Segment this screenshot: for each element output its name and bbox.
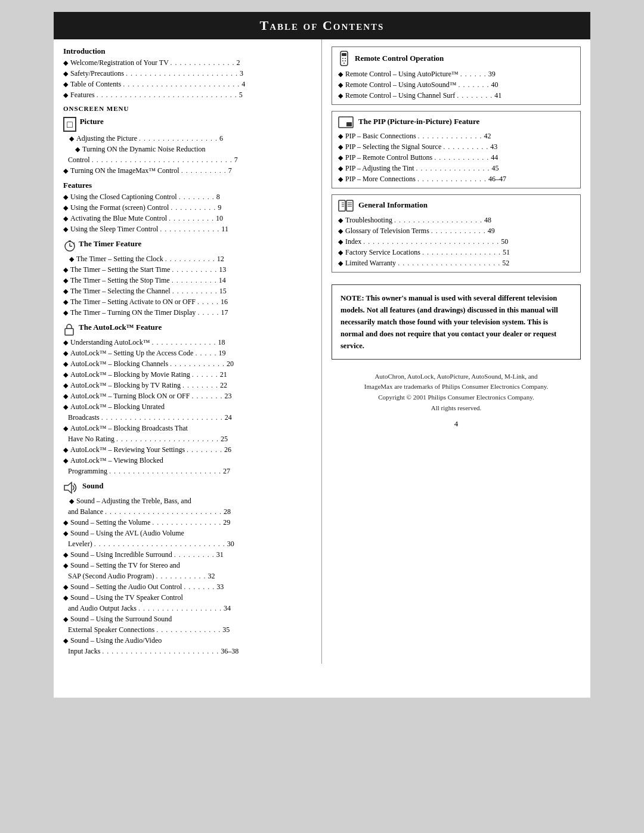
list-item: ◆ AutoLock™ – Turning Block ON or OFF . … [63, 391, 312, 401]
entry-label: Glossary of Television Terms . . . . . .… [345, 225, 574, 236]
footer: AutoChron, AutoLock, AutoPicture, AutoSo… [332, 371, 581, 413]
list-item: ◆ AutoLock™ – Reviewing Your Settings . … [63, 444, 312, 455]
introduction-header: Introduction [63, 47, 312, 56]
list-item: ◆ Welcome/Registration of Your TV . . . … [63, 57, 312, 68]
entry-label: Remote Control – Using AutoPicture™ . . … [345, 69, 574, 79]
list-item: ◆ Sound – Setting the Volume . . . . . .… [63, 517, 312, 528]
list-item: ◆ Sound – Using the Surround Sound [63, 614, 312, 624]
sound-title: Sound [82, 481, 103, 491]
pip-title: The PIP (Picture-in-Picture) Feature [358, 117, 479, 126]
list-item: ◆ PIP – Remote Control Buttons . . . . .… [338, 152, 574, 163]
diamond-icon: ◆ [63, 359, 68, 369]
entry-label: Turning ON the ImageMax™ Control . . . .… [70, 165, 312, 176]
note-box: NOTE: This owner's manual is used with s… [332, 284, 581, 360]
footer-line-3: Copyright © 2001 Philips Consumer Electr… [332, 392, 581, 403]
diamond-icon: ◆ [338, 153, 343, 163]
list-item: ◆ Table of Contents . . . . . . . . . . … [63, 79, 312, 89]
footer-line-4: All rights reserved. [332, 403, 581, 414]
title-text: Table of Contents [260, 18, 385, 33]
list-item: Programming . . . . . . . . . . . . . . … [63, 466, 312, 476]
diamond-icon: ◆ [69, 254, 74, 264]
entry-label: Input Jacks . . . . . . . . . . . . . . … [68, 646, 312, 657]
entry-label: and Balance . . . . . . . . . . . . . . … [68, 506, 312, 517]
diamond-icon: ◆ [63, 348, 68, 358]
list-item: ◆ Remote Control – Using AutoSound™ . . … [338, 79, 574, 90]
diamond-icon: ◆ [338, 174, 343, 184]
entry-label: AutoLock™ – Blocking Broadcasts That [70, 423, 312, 433]
diamond-icon: ◆ [63, 286, 68, 296]
section-autolock: The AutoLock™ Feature ◆ Understanding Au… [63, 323, 312, 476]
diamond-icon: ◆ [63, 297, 68, 307]
diamond-icon: ◆ [338, 142, 343, 152]
svg-rect-9 [342, 53, 346, 56]
list-item: Leveler) . . . . . . . . . . . . . . . .… [63, 538, 312, 549]
diamond-icon: ◆ [63, 213, 68, 224]
entry-label: AutoLock™ – Blocking by Movie Rating . .… [70, 369, 312, 380]
list-item: ◆ Sound – Setting the TV for Stereo and [63, 560, 312, 571]
list-item: ◆ AutoLock™ – Setting Up the Access Code… [63, 348, 312, 358]
section-sound: Sound ◆ Sound – Adjusting the Treble, Ba… [63, 481, 312, 657]
section-timer: The Timer Feature ◆ The Timer – Setting … [63, 239, 312, 318]
diamond-icon: ◆ [63, 308, 68, 318]
entry-label: Welcome/Registration of Your TV . . . . … [70, 57, 312, 68]
entry-label: Adjusting the Picture . . . . . . . . . … [76, 133, 312, 144]
general-info-title: General Information [358, 200, 428, 210]
svg-point-14 [343, 63, 345, 64]
entry-label: and Audio Output Jacks . . . . . . . . .… [68, 603, 312, 614]
pip-icon [338, 115, 354, 128]
entry-label: Remote Control – Using Channel Surf . . … [345, 90, 574, 101]
entry-label: AutoLock™ – Blocking Unrated [70, 401, 312, 412]
entry-label: Sound – Using the AVL (Audio Volume [70, 528, 312, 538]
entry-label: The Timer – Setting Activate to ON or OF… [70, 296, 312, 307]
entry-label: The Timer – Turning ON the Timer Display… [70, 307, 312, 318]
diamond-icon: ◆ [338, 215, 343, 225]
entry-label: AutoLock™ – Reviewing Your Settings . . … [70, 444, 312, 455]
right-column: Remote Control Operation ◆ Remote Contro… [322, 39, 590, 664]
entry-label: Table of Contents . . . . . . . . . . . … [70, 79, 312, 89]
list-item: and Audio Output Jacks . . . . . . . . .… [63, 603, 312, 614]
svg-rect-16 [346, 122, 352, 126]
svg-point-13 [345, 60, 346, 61]
section-remote-control: Remote Control Operation ◆ Remote Contro… [332, 47, 581, 105]
diamond-icon: ◆ [63, 561, 68, 571]
diamond-icon: ◆ [63, 265, 68, 275]
entry-label: Limited Warranty . . . . . . . . . . . .… [345, 258, 574, 268]
list-item: ◆ Using the Sleep Timer Control . . . . … [63, 224, 312, 234]
diamond-icon: ◆ [63, 614, 68, 624]
entry-label: PIP – Basic Connections . . . . . . . . … [345, 131, 574, 141]
autolock-title: The AutoLock™ Feature [79, 323, 162, 332]
timer-icon [63, 239, 76, 252]
diamond-icon: ◆ [63, 402, 68, 412]
list-item: ◆ PIP – Basic Connections . . . . . . . … [338, 131, 574, 141]
entry-label: Sound – Adjusting the Treble, Bass, and [76, 496, 312, 506]
list-item: ◆ The Timer – Setting the Clock . . . . … [63, 253, 312, 264]
entry-label: AutoLock™ – Blocking by TV Rating . . . … [70, 380, 312, 391]
list-item: ◆ Sound – Using the Audio/Video [63, 635, 312, 646]
entry-label: PIP – Remote Control Buttons . . . . . .… [345, 152, 574, 163]
svg-rect-6 [65, 329, 73, 335]
list-item: ◆ AutoLock™ – Blocking Channels . . . . … [63, 358, 312, 369]
page: Table of Contents Introduction ◆ Welcome… [54, 12, 590, 698]
timer-section-header: The Timer Feature [63, 239, 312, 252]
entry-label: PIP – Adjusting the Tint . . . . . . . .… [345, 163, 574, 174]
onscreen-menu-header: Onscreen Menu [63, 105, 312, 112]
page-number: 4 [332, 419, 581, 429]
section-introduction: Introduction ◆ Welcome/Registration of Y… [63, 47, 312, 100]
svg-rect-17 [339, 200, 345, 211]
entry-label: Sound – Setting the Audio Out Control . … [70, 581, 312, 592]
diamond-icon: ◆ [63, 90, 68, 100]
diamond-icon: ◆ [338, 247, 343, 258]
entry-label: Factory Service Locations . . . . . . . … [345, 247, 574, 258]
autolock-section-header: The AutoLock™ Feature [63, 323, 312, 336]
list-item: ◆ AutoLock™ – Blocking Unrated [63, 401, 312, 412]
entry-label: The Timer – Setting the Stop Time . . . … [70, 275, 312, 286]
footer-line-2: ImageMax are trademarks of Philips Consu… [332, 382, 581, 392]
diamond-icon: ◆ [63, 445, 68, 455]
list-item: ◆ Using the Format (screen) Control . . … [63, 202, 312, 213]
list-item: ◆ Sound – Setting the Audio Out Control … [63, 581, 312, 592]
entry-label: Sound – Using the Audio/Video [70, 635, 312, 646]
diamond-icon: ◆ [63, 528, 68, 538]
footer-line-1: AutoChron, AutoLock, AutoPicture, AutoSo… [332, 371, 581, 382]
entry-label: AutoLock™ – Setting Up the Access Code .… [70, 348, 312, 358]
list-item: ◆ Troubleshooting . . . . . . . . . . . … [338, 215, 574, 225]
